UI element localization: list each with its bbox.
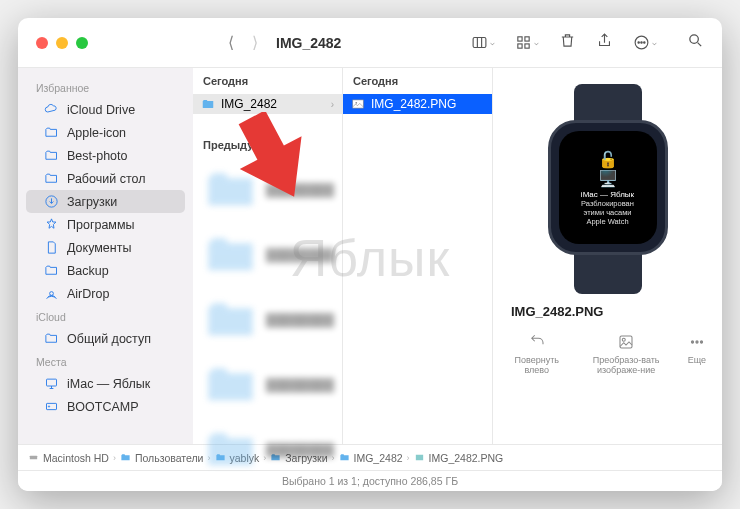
svg-point-14: [50, 292, 54, 296]
zoom-button[interactable]: [76, 37, 88, 49]
preview-pane: 🔓🖥️ iMac — Яблык Разблокирован этими час…: [493, 68, 722, 444]
forward-button[interactable]: ⟩: [252, 33, 258, 52]
svg-rect-3: [518, 37, 522, 41]
image-icon: [414, 452, 425, 463]
share-button[interactable]: [596, 32, 613, 53]
more-actions-button[interactable]: Еще: [688, 333, 706, 375]
svg-point-23: [696, 341, 698, 343]
column-2: Сегодня IMG_2482.PNG: [343, 68, 493, 444]
window-title: IMG_2482: [276, 35, 341, 51]
preview-filename: IMG_2482.PNG: [503, 304, 604, 319]
sidebar-item-shared[interactable]: Общий доступ: [26, 327, 185, 350]
svg-point-10: [644, 42, 645, 43]
folder-label: IMG_2482: [221, 97, 277, 111]
sidebar-group-label: iCloud: [18, 305, 193, 327]
lock-icon: 🔓🖥️: [598, 150, 618, 188]
sidebar: Избранное iCloud Drive Apple-icon Best-p…: [18, 68, 193, 444]
preview-image: 🔓🖥️ iMac — Яблык Разблокирован этими час…: [538, 84, 678, 294]
rotate-left-button[interactable]: Повернуть влево: [509, 333, 565, 375]
svg-rect-6: [525, 44, 529, 48]
svg-point-8: [638, 42, 639, 43]
svg-rect-20: [620, 336, 632, 348]
sidebar-group-label: Избранное: [18, 76, 193, 98]
convert-image-button[interactable]: Преобразо-вать изображе-ние: [577, 333, 676, 375]
blurred-row: ████████: [193, 353, 342, 418]
column-header: Предыдущие: [193, 132, 342, 158]
minimize-button[interactable]: [56, 37, 68, 49]
sidebar-item-best-photo[interactable]: Best-photo: [26, 144, 185, 167]
sidebar-item-apple-icon[interactable]: Apple-icon: [26, 121, 185, 144]
svg-point-9: [641, 42, 642, 43]
column-1: Сегодня IMG_2482 › Предыдущие ████████ █…: [193, 68, 343, 444]
body: Избранное iCloud Drive Apple-icon Best-p…: [18, 68, 722, 444]
actions-button[interactable]: ⌵: [633, 34, 657, 51]
svg-line-12: [698, 43, 702, 47]
search-button[interactable]: [687, 32, 704, 53]
blurred-row: ████████: [193, 223, 342, 288]
svg-point-21: [622, 338, 625, 341]
group-button[interactable]: ⌵: [515, 34, 539, 51]
sidebar-item-downloads[interactable]: Загрузки: [26, 190, 185, 213]
titlebar: ⟨ ⟩ IMG_2482 ⌵ ⌵ ⌵: [18, 18, 722, 68]
file-row[interactable]: IMG_2482.PNG: [343, 94, 492, 114]
path-bar[interactable]: Macintosh HD› Пользователи› yablyk› Загр…: [18, 444, 722, 470]
chevron-right-icon: ›: [331, 99, 334, 110]
blurred-row: ████████: [193, 483, 342, 491]
svg-point-19: [355, 102, 357, 104]
sidebar-item-applications[interactable]: Программы: [26, 213, 185, 236]
image-icon: [351, 97, 365, 111]
svg-rect-5: [518, 44, 522, 48]
svg-rect-15: [47, 379, 57, 386]
sidebar-item-icloud-drive[interactable]: iCloud Drive: [26, 98, 185, 121]
svg-rect-25: [30, 456, 37, 460]
svg-rect-4: [525, 37, 529, 41]
blurred-row: ████████: [193, 288, 342, 353]
blurred-row: ████████: [193, 418, 342, 483]
svg-rect-18: [353, 100, 364, 108]
trash-button[interactable]: [559, 32, 576, 53]
sidebar-item-bootcamp[interactable]: BOOTCAMP: [26, 395, 185, 418]
svg-point-22: [691, 341, 693, 343]
back-button[interactable]: ⟨: [228, 33, 234, 52]
sidebar-item-imac[interactable]: iMac — Яблык: [26, 372, 185, 395]
blurred-row: ████████: [193, 158, 342, 223]
close-button[interactable]: [36, 37, 48, 49]
svg-rect-0: [473, 38, 486, 48]
sidebar-item-desktop[interactable]: Рабочий стол: [26, 167, 185, 190]
status-bar: Выбрано 1 из 1; доступно 286,85 ГБ: [18, 470, 722, 491]
finder-window: ⟨ ⟩ IMG_2482 ⌵ ⌵ ⌵ Избранное iCloud Driv…: [18, 18, 722, 491]
svg-point-11: [690, 35, 699, 44]
svg-rect-26: [415, 455, 422, 461]
sidebar-group-label: Места: [18, 350, 193, 372]
file-label: IMG_2482.PNG: [371, 97, 456, 111]
folder-icon: [120, 452, 131, 463]
hdd-icon: [28, 452, 39, 463]
sidebar-item-documents[interactable]: Документы: [26, 236, 185, 259]
column-header: Сегодня: [193, 68, 342, 94]
sidebar-item-airdrop[interactable]: AirDrop: [26, 282, 185, 305]
window-controls: [36, 37, 88, 49]
nav-buttons: ⟨ ⟩: [228, 33, 258, 52]
view-columns-button[interactable]: ⌵: [471, 34, 495, 51]
column-header: Сегодня: [343, 68, 492, 94]
folder-row[interactable]: IMG_2482 ›: [193, 94, 342, 114]
svg-point-24: [700, 341, 702, 343]
svg-point-17: [48, 406, 49, 407]
sidebar-item-backup[interactable]: Backup: [26, 259, 185, 282]
